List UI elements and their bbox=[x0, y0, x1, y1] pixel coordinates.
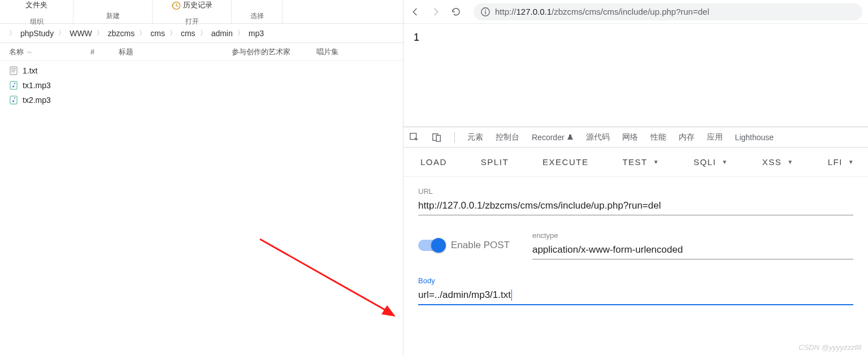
caret-down-icon: ▼ bbox=[722, 159, 728, 165]
info-icon bbox=[480, 7, 491, 17]
body-input[interactable]: url=../admin/mp3/1.txt bbox=[418, 287, 853, 305]
inspect-icon[interactable] bbox=[409, 132, 419, 142]
separator bbox=[454, 132, 455, 143]
browser-window: http://127.0.0.1/zbzcms/cms/cms/include/… bbox=[403, 0, 868, 355]
toggle-knob bbox=[431, 238, 446, 253]
file-row[interactable]: tx1.mp3 bbox=[0, 78, 403, 93]
reload-button[interactable] bbox=[450, 6, 462, 18]
ribbon-new-label: 新建 bbox=[106, 11, 120, 21]
lfi-dropdown[interactable]: LFI▼ bbox=[828, 157, 855, 167]
split-button[interactable]: SPLIT bbox=[481, 157, 509, 167]
watermark: CSDN @yyyyzzzllll bbox=[798, 343, 861, 352]
history-icon bbox=[172, 1, 181, 10]
chevron-right-icon: 〉 bbox=[5, 28, 20, 38]
url-field-block: URL bbox=[418, 187, 853, 215]
forward-button[interactable] bbox=[429, 6, 442, 18]
test-dropdown[interactable]: TEST▼ bbox=[622, 157, 659, 167]
breadcrumb-item[interactable]: cms bbox=[181, 29, 196, 38]
svg-rect-5 bbox=[10, 81, 17, 89]
url-label: URL bbox=[418, 187, 853, 196]
col-album[interactable]: 唱片集 bbox=[316, 47, 362, 57]
breadcrumb[interactable]: 〉 phpStudy 〉 WWW 〉 zbzcms 〉 cms 〉 cms 〉 … bbox=[0, 24, 403, 43]
ribbon-history-label: 历史记录 bbox=[183, 0, 212, 10]
list-header: 名称︿ # 标题 参与创作的艺术家 唱片集 bbox=[0, 43, 403, 61]
url-input[interactable] bbox=[418, 198, 853, 215]
devtools-tabs: 元素 控制台 Recorder 源代码 网络 性能 内存 应用 Lighthou… bbox=[403, 127, 868, 148]
txt-file-icon bbox=[9, 66, 18, 75]
col-title[interactable]: 标题 bbox=[119, 47, 232, 57]
tab-console[interactable]: 控制台 bbox=[496, 132, 519, 142]
svg-line-7 bbox=[260, 239, 390, 313]
body-field-block: Body url=../admin/mp3/1.txt bbox=[418, 276, 853, 305]
ribbon-group-select: 选择 bbox=[232, 0, 283, 23]
ribbon-group-folder: 文件夹 组织 bbox=[0, 0, 73, 23]
enable-post-toggle[interactable]: Enable POST bbox=[418, 240, 510, 251]
file-name: tx1.mp3 bbox=[23, 81, 51, 90]
file-row[interactable]: 1.txt bbox=[0, 63, 403, 78]
flask-icon bbox=[567, 134, 574, 141]
response-body: 1 bbox=[414, 32, 419, 43]
mp3-file-icon bbox=[9, 81, 18, 90]
svg-point-10 bbox=[485, 9, 486, 10]
sort-asc-icon: ︿ bbox=[27, 48, 32, 55]
col-hash[interactable]: # bbox=[90, 47, 119, 56]
svg-rect-14 bbox=[436, 135, 440, 141]
breadcrumb-item[interactable]: phpStudy bbox=[20, 29, 54, 38]
hackbar-toolbar: LOAD SPLIT EXECUTE TEST▼ SQLI▼ XSS▼ LFI▼ bbox=[403, 148, 868, 177]
enctype-input[interactable] bbox=[532, 242, 853, 259]
file-list: 1.txt tx1.mp3 tx2.mp3 bbox=[0, 61, 403, 110]
breadcrumb-item[interactable]: zbzcms bbox=[108, 29, 134, 38]
back-button[interactable] bbox=[409, 6, 422, 18]
col-artist[interactable]: 参与创作的艺术家 bbox=[232, 47, 316, 57]
tab-memory[interactable]: 内存 bbox=[679, 132, 695, 142]
caret-down-icon: ▼ bbox=[848, 159, 854, 165]
file-explorer: 文件夹 组织 新建 历史记录 打开 选择 〉 phpStudy 〉 WWW 〉 … bbox=[0, 0, 403, 355]
ribbon: 文件夹 组织 新建 历史记录 打开 选择 bbox=[0, 0, 403, 24]
ribbon-select-label: 选择 bbox=[250, 11, 264, 21]
breadcrumb-item[interactable]: admin bbox=[211, 29, 233, 38]
chevron-right-icon: 〉 bbox=[134, 28, 150, 38]
chevron-right-icon: 〉 bbox=[92, 28, 108, 38]
tab-sources[interactable]: 源代码 bbox=[586, 132, 610, 142]
breadcrumb-item[interactable]: mp3 bbox=[249, 29, 264, 38]
breadcrumb-item[interactable]: WWW bbox=[70, 29, 92, 38]
red-arrow-annotation bbox=[257, 236, 404, 327]
tab-elements[interactable]: 元素 bbox=[467, 132, 483, 142]
chevron-right-icon: 〉 bbox=[165, 28, 181, 38]
file-name: 1.txt bbox=[23, 66, 37, 75]
toggle-switch[interactable] bbox=[418, 240, 444, 251]
xss-dropdown[interactable]: XSS▼ bbox=[762, 157, 794, 167]
execute-button[interactable]: EXECUTE bbox=[542, 157, 588, 167]
tab-application[interactable]: 应用 bbox=[707, 132, 723, 142]
hackbar-body: URL Enable POST enctype Body url=../admi… bbox=[403, 177, 868, 315]
browser-toolbar: http://127.0.0.1/zbzcms/cms/cms/include/… bbox=[403, 0, 868, 24]
body-label: Body bbox=[418, 276, 853, 285]
svg-rect-11 bbox=[485, 11, 485, 14]
chevron-right-icon: 〉 bbox=[196, 28, 211, 38]
page-content: 1 bbox=[403, 24, 868, 127]
tab-recorder[interactable]: Recorder bbox=[532, 133, 574, 142]
ribbon-group-history: 历史记录 打开 bbox=[153, 0, 232, 23]
breadcrumb-item[interactable]: cms bbox=[150, 29, 165, 38]
tab-performance[interactable]: 性能 bbox=[650, 132, 666, 142]
svg-rect-1 bbox=[10, 67, 17, 75]
load-button[interactable]: LOAD bbox=[420, 157, 447, 167]
ribbon-folder-label: 文件夹 bbox=[25, 0, 47, 10]
enable-post-label: Enable POST bbox=[451, 240, 510, 251]
col-name[interactable]: 名称︿ bbox=[0, 47, 90, 57]
tab-lighthouse[interactable]: Lighthouse bbox=[735, 133, 774, 142]
file-name: tx2.mp3 bbox=[23, 96, 51, 105]
enctype-field-block: enctype bbox=[532, 231, 853, 259]
device-icon[interactable] bbox=[432, 132, 442, 142]
tab-network[interactable]: 网络 bbox=[622, 132, 638, 142]
chevron-right-icon: 〉 bbox=[233, 28, 249, 38]
devtools: 元素 控制台 Recorder 源代码 网络 性能 内存 应用 Lighthou… bbox=[403, 127, 868, 315]
mp3-file-icon bbox=[9, 96, 18, 105]
ribbon-org-label: 组织 bbox=[30, 17, 44, 27]
file-row[interactable]: tx2.mp3 bbox=[0, 93, 403, 107]
address-bar[interactable]: http://127.0.0.1/zbzcms/cms/cms/include/… bbox=[474, 3, 862, 20]
caret-down-icon: ▼ bbox=[787, 159, 793, 165]
chevron-right-icon: 〉 bbox=[54, 28, 70, 38]
svg-marker-8 bbox=[381, 305, 396, 317]
sqli-dropdown[interactable]: SQLI▼ bbox=[693, 157, 728, 167]
